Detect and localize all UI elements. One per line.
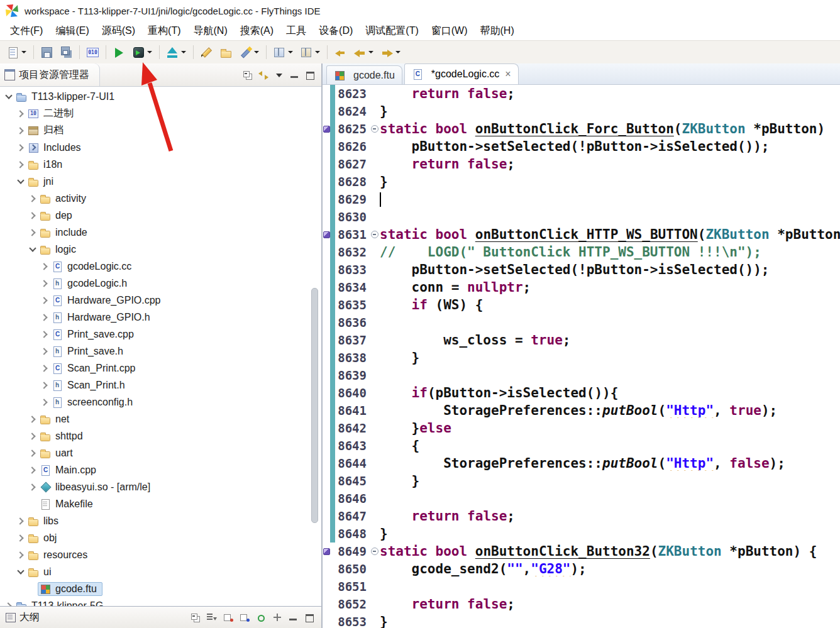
dropdown-arrow-icon[interactable] xyxy=(21,51,26,53)
tree-item-dep[interactable]: dep xyxy=(0,207,321,224)
menu-item-w[interactable]: 窗口(W) xyxy=(425,23,474,40)
expand-arrow-icon[interactable] xyxy=(16,529,26,546)
run-button[interactable] xyxy=(111,43,128,61)
tree-item-gcode-ftu[interactable]: gcode.ftu xyxy=(0,580,321,597)
debug-button[interactable] xyxy=(130,43,155,61)
collapse-fold-icon[interactable] xyxy=(371,548,379,555)
expand-arrow-icon[interactable] xyxy=(16,546,26,563)
code-line[interactable]: 8634 conn = nullptr; xyxy=(323,278,840,296)
collapse-fold-icon[interactable] xyxy=(371,125,379,133)
expand-arrow-icon[interactable] xyxy=(40,275,50,292)
tree-item-hardware-gpio-h[interactable]: Hardware_GPIO.h xyxy=(0,309,321,326)
tree-item-screenconfig-h[interactable]: screenconfig.h xyxy=(0,394,321,410)
expand-arrow-icon[interactable] xyxy=(16,156,26,173)
code-line[interactable]: 8643 { xyxy=(323,437,840,454)
expand-arrow-icon[interactable] xyxy=(40,360,50,377)
tab-gcode-ftu[interactable]: gcode.ftu xyxy=(326,65,402,84)
code-line[interactable]: 8651 xyxy=(323,578,840,595)
code-line[interactable]: 8628} xyxy=(323,173,840,190)
code-line[interactable]: 8653} xyxy=(323,613,840,628)
expand-arrow-icon[interactable] xyxy=(28,427,38,444)
menu-item-d[interactable]: 设备(D) xyxy=(312,23,359,40)
collapse-all-icon[interactable] xyxy=(190,612,201,622)
menu-item-h[interactable]: 帮助(H) xyxy=(474,23,521,40)
tree-item-libeasyui-so-arm-le[interactable]: libeasyui.so - [arm/le] xyxy=(0,478,321,495)
expand-arrow-icon[interactable] xyxy=(28,190,38,207)
close-tab-icon[interactable]: × xyxy=(505,69,511,79)
expand-arrow-icon[interactable] xyxy=(28,410,38,427)
menu-item-t[interactable]: 调试配置(T) xyxy=(359,23,424,40)
code-line[interactable]: 8627 return false; xyxy=(323,155,840,173)
menu-item-e[interactable]: 编辑(E) xyxy=(49,23,95,40)
code-line[interactable]: 8641 StoragePreferences::putBool("Http",… xyxy=(323,402,840,419)
collapse-fold-icon[interactable] xyxy=(371,231,379,238)
save-all-button[interactable] xyxy=(58,43,75,61)
expand-arrow-icon[interactable] xyxy=(40,292,50,309)
code-line[interactable]: 8637 ws_closs = true; xyxy=(323,331,840,349)
tree-item-libs[interactable]: libs xyxy=(0,512,321,529)
expand-arrow-icon[interactable] xyxy=(40,377,50,394)
tree-scrollbar[interactable] xyxy=(311,288,318,523)
dropdown-arrow-icon[interactable] xyxy=(181,51,186,53)
outline-panel-bar[interactable]: 大纲 xyxy=(0,606,321,628)
tree-item-scan-print-cpp[interactable]: Scan_Print.cpp xyxy=(0,360,321,377)
menu-item-s[interactable]: 源码(S) xyxy=(96,23,141,40)
tab-gcodelogic-cc[interactable]: *gcodeLogic.cc× xyxy=(404,63,519,84)
code-line[interactable]: 8626 pButton->setSelected(!pButton->isSe… xyxy=(323,138,840,155)
tree-item-resources[interactable]: resources xyxy=(0,546,321,563)
last-edit-location-button[interactable] xyxy=(332,43,349,61)
expand-arrow-icon[interactable] xyxy=(16,512,26,529)
hide-fields-icon[interactable] xyxy=(223,612,234,622)
sort-icon[interactable] xyxy=(206,612,218,622)
link-with-editor-icon[interactable] xyxy=(272,612,283,622)
dropdown-arrow-icon[interactable] xyxy=(147,51,152,53)
tree-item-t113-klipper-5g[interactable]: T113-klipper-5G xyxy=(0,597,321,606)
back-button[interactable] xyxy=(351,43,376,61)
tree-item-i18n[interactable]: i18n xyxy=(0,156,321,173)
code-line[interactable]: 8649static bool onButtonClick_Button32(Z… xyxy=(323,543,840,560)
code-line[interactable]: 8625static bool onButtonClick_Forc_Butto… xyxy=(323,120,840,138)
menu-item-t[interactable]: 重构(T) xyxy=(141,23,187,40)
wizard-button[interactable] xyxy=(237,43,262,61)
expand-arrow-icon[interactable] xyxy=(16,122,26,139)
expand-arrow-icon[interactable] xyxy=(4,597,14,606)
code-line[interactable]: 8646 xyxy=(323,490,840,507)
expand-arrow-icon[interactable] xyxy=(40,343,50,360)
tree-item-net[interactable]: net xyxy=(0,410,321,427)
minimize-icon[interactable] xyxy=(288,612,299,622)
hide-static-members-icon[interactable] xyxy=(239,612,250,622)
collapse-all-icon[interactable] xyxy=(242,70,253,80)
tree-item-1[interactable]: 二进制 xyxy=(0,105,321,122)
tree-item-scan-print-h[interactable]: Scan_Print.h xyxy=(0,377,321,394)
view-menu-icon[interactable] xyxy=(274,70,285,80)
expand-arrow-icon[interactable] xyxy=(16,563,26,580)
tree-item-makefile[interactable]: Makefile xyxy=(0,495,321,512)
code-line[interactable]: 8639 xyxy=(323,366,840,384)
dropdown-arrow-icon[interactable] xyxy=(254,51,259,53)
expand-arrow-icon[interactable] xyxy=(40,258,50,275)
tree-item-includes[interactable]: Includes xyxy=(0,139,321,156)
prev-annotation-button[interactable] xyxy=(298,43,323,61)
code-line[interactable]: 8631static bool onButtonClick_HTTP_WS_BU… xyxy=(323,226,840,243)
tree-item-2[interactable]: 归档 xyxy=(0,122,321,139)
expand-arrow-icon[interactable] xyxy=(16,139,26,156)
tree-item-logic[interactable]: logic xyxy=(0,241,321,258)
code-line[interactable]: 8645 } xyxy=(323,472,840,490)
tree-item-obj[interactable]: obj xyxy=(0,529,321,546)
code-line[interactable]: 8629 xyxy=(323,190,840,208)
expand-arrow-icon[interactable] xyxy=(40,309,50,326)
minimize-icon[interactable] xyxy=(289,70,301,80)
tree-item-activity[interactable]: activity xyxy=(0,190,321,207)
tree-item-gcodelogic-cc[interactable]: gcodeLogic.cc xyxy=(0,258,321,275)
tree-item-print-save-cpp[interactable]: Print_save.cpp xyxy=(0,326,321,343)
tree-item-jni[interactable]: jni xyxy=(0,173,321,190)
menu-item-6[interactable]: 工具 xyxy=(280,23,312,40)
save-button[interactable] xyxy=(38,43,55,61)
code-line[interactable]: 8636 xyxy=(323,314,840,331)
expand-arrow-icon[interactable] xyxy=(28,461,38,478)
open-project-button[interactable] xyxy=(218,43,235,61)
maximize-icon[interactable] xyxy=(305,70,316,80)
menu-item-a[interactable]: 搜索(A) xyxy=(234,23,280,40)
expand-arrow-icon[interactable] xyxy=(16,105,26,122)
code-line[interactable]: 8650 gcode_send2("","G28"); xyxy=(323,560,840,578)
